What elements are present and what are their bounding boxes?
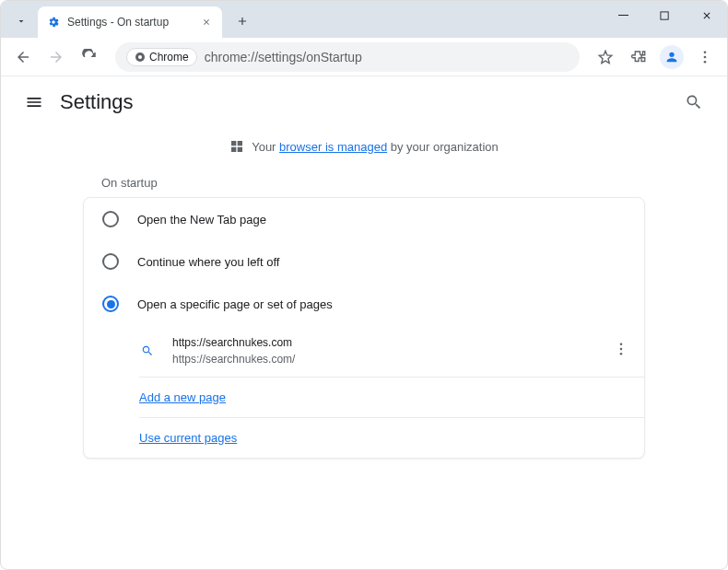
startup-page-item: https://searchnukes.com https://searchnu… — [139, 325, 644, 378]
chevron-down-icon — [16, 16, 27, 27]
titlebar: Settings - On startup — [1, 1, 727, 38]
maximize-icon — [660, 11, 670, 21]
svg-point-9 — [620, 353, 623, 355]
menu-icon — [25, 93, 43, 111]
hamburger-menu-button[interactable] — [18, 86, 51, 119]
page-title: Settings — [60, 90, 134, 114]
svg-point-6 — [704, 60, 707, 63]
page-info: https://searchnukes.com https://searchnu… — [172, 334, 295, 367]
bookmark-button[interactable] — [591, 42, 620, 72]
more-vert-icon — [697, 49, 713, 65]
startup-card: Open the New Tab page Continue where you… — [83, 197, 645, 459]
tab-close-button[interactable] — [200, 16, 213, 29]
search-settings-button[interactable] — [677, 86, 710, 119]
content-area: Your browser is managed by your organiza… — [1, 128, 727, 477]
svg-point-5 — [704, 55, 707, 58]
toolbar: Chrome chrome://settings/onStartup — [1, 38, 727, 76]
svg-rect-1 — [661, 11, 668, 18]
option-label: Continue where you left off — [137, 255, 279, 269]
search-icon — [141, 344, 154, 357]
radio-button[interactable] — [102, 253, 119, 270]
startup-pages-area: https://searchnukes.com https://searchnu… — [84, 325, 644, 458]
managed-link[interactable]: browser is managed — [279, 140, 387, 154]
use-current-row[interactable]: Use current pages — [139, 417, 644, 458]
reload-icon — [81, 49, 98, 65]
use-current-link[interactable]: Use current pages — [139, 431, 237, 445]
svg-point-3 — [138, 55, 142, 59]
extensions-button[interactable] — [624, 42, 653, 72]
person-icon — [664, 50, 679, 64]
avatar — [660, 45, 684, 69]
option-continue[interactable]: Continue where you left off — [84, 240, 644, 283]
option-label: Open the New Tab page — [137, 213, 266, 227]
page-more-button[interactable] — [613, 341, 629, 361]
back-button[interactable] — [8, 42, 38, 72]
section-title: On startup — [83, 165, 645, 197]
add-page-row[interactable]: Add a new page — [139, 378, 626, 417]
add-page-link[interactable]: Add a new page — [139, 390, 226, 404]
browser-tab[interactable]: Settings - On startup — [38, 6, 222, 38]
close-window-button[interactable] — [686, 1, 727, 30]
option-label: Open a specific page or set of pages — [137, 297, 333, 311]
page-url-text: https://searchnukes.com/ — [172, 351, 295, 367]
settings-header: Settings — [1, 76, 727, 128]
settings-gear-icon — [47, 16, 60, 29]
reload-button[interactable] — [75, 42, 104, 72]
menu-button[interactable] — [690, 42, 720, 72]
maximize-button[interactable] — [644, 1, 686, 30]
chip-label: Chrome — [149, 51, 189, 64]
option-new-tab[interactable]: Open the New Tab page — [84, 198, 644, 240]
page-favicon — [139, 343, 156, 359]
window-controls — [603, 1, 727, 38]
profile-button[interactable] — [657, 42, 687, 72]
arrow-right-icon — [48, 49, 65, 65]
chrome-icon — [135, 52, 146, 63]
star-icon — [597, 49, 614, 65]
close-icon — [202, 17, 211, 27]
arrow-left-icon — [15, 49, 31, 65]
svg-point-7 — [620, 343, 623, 345]
minimize-icon — [618, 10, 629, 21]
managed-banner: Your browser is managed by your organiza… — [1, 128, 727, 165]
tab-search-dropdown[interactable] — [8, 8, 34, 34]
organization-icon — [229, 139, 244, 154]
managed-text: Your browser is managed by your organiza… — [252, 140, 499, 154]
radio-button[interactable] — [102, 211, 119, 227]
address-bar[interactable]: Chrome chrome://settings/onStartup — [115, 42, 580, 72]
option-specific-page[interactable]: Open a specific page or set of pages — [84, 283, 644, 325]
minimize-button[interactable] — [603, 1, 644, 30]
on-startup-section: On startup Open the New Tab page Continu… — [83, 165, 645, 459]
plus-icon — [236, 15, 249, 28]
svg-point-4 — [704, 51, 707, 53]
more-vert-icon — [613, 341, 629, 357]
search-icon — [685, 93, 703, 111]
forward-button[interactable] — [41, 42, 71, 72]
new-tab-button[interactable] — [229, 8, 255, 34]
puzzle-icon — [630, 49, 647, 65]
svg-point-8 — [620, 348, 623, 351]
site-chip: Chrome — [126, 48, 197, 66]
radio-button[interactable] — [102, 296, 119, 312]
svg-rect-0 — [618, 15, 628, 16]
close-icon — [701, 10, 712, 21]
tab-title: Settings - On startup — [67, 16, 200, 29]
page-title-text: https://searchnukes.com — [172, 334, 295, 351]
url-text: chrome://settings/onStartup — [205, 50, 362, 64]
